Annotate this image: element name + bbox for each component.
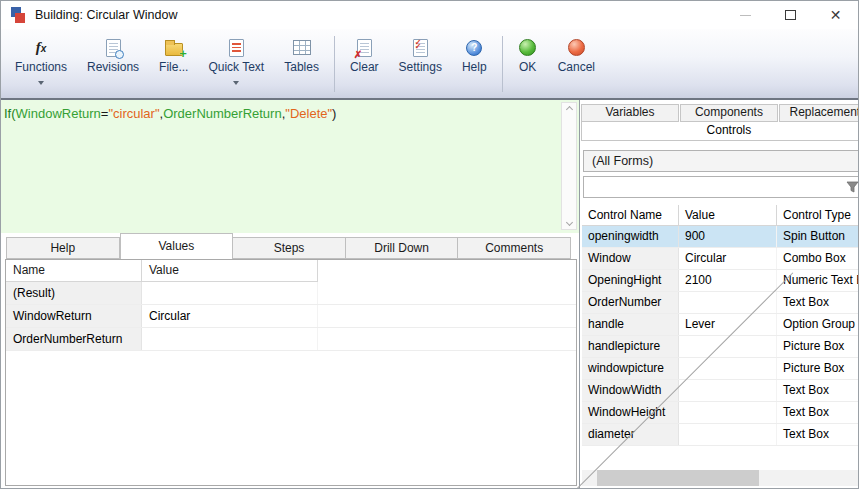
cancel-button[interactable]: Cancel <box>548 34 605 90</box>
scrollbar-thumb[interactable] <box>597 470 759 486</box>
filter-funnel-icon[interactable] <box>846 181 859 194</box>
bottom-tab-bar: Help Values Steps Drill Down Comments <box>1 233 579 259</box>
scroll-left-button[interactable] <box>582 476 597 481</box>
close-icon: ✕ <box>830 8 842 22</box>
table-grid-icon <box>293 35 311 60</box>
controls-table-body: openingwidth900Spin ButtonWindowCircular… <box>582 226 859 446</box>
tab-help[interactable]: Help <box>6 237 120 259</box>
formula-token: WindowReturn <box>16 106 101 121</box>
ok-button[interactable]: OK <box>508 34 548 90</box>
values-value-cell <box>142 282 318 304</box>
controls-table-row[interactable]: handleLeverOption Group <box>582 314 859 336</box>
values-header-value[interactable]: Value <box>142 260 318 282</box>
controls-table-row[interactable]: WindowWidthText Box <box>582 380 859 402</box>
formula-token: If( <box>4 106 16 121</box>
control-type-cell: Text Box <box>777 292 859 313</box>
tab-controls[interactable]: Controls <box>581 122 859 141</box>
quick-text-button[interactable]: Quick Text <box>198 34 274 90</box>
values-table-body: (Result)WindowReturnCircularOrderNumberR… <box>6 282 576 351</box>
forms-dropdown[interactable]: (All Forms) <box>583 150 859 172</box>
right-tab-bar: Variables Components Replacements <box>581 104 859 122</box>
tab-steps[interactable]: Steps <box>233 237 346 259</box>
controls-table-row[interactable]: WindowHeightText Box <box>582 402 859 424</box>
cancel-red-sphere-icon <box>568 35 585 60</box>
control-type-cell: Text Box <box>777 380 859 401</box>
settings-button[interactable]: ✓✓ Settings <box>389 34 452 90</box>
control-name-cell: Window <box>582 248 679 269</box>
values-header-name[interactable]: Name <box>6 260 142 282</box>
revisions-button[interactable]: Revisions <box>77 34 149 90</box>
filter-input[interactable] <box>589 179 846 195</box>
scroll-down-icon[interactable] <box>565 219 572 226</box>
control-type-cell: Text Box <box>777 424 859 445</box>
controls-table-row[interactable]: OpeningHight2100Numeric Text Box <box>582 270 859 292</box>
tab-variables[interactable]: Variables <box>581 104 679 122</box>
formula-editor[interactable]: If(WindowReturn="circular",OrderNumberRe… <box>1 100 579 233</box>
values-table-row[interactable]: (Result) <box>6 282 576 305</box>
ok-green-sphere-icon <box>519 35 536 60</box>
controls-table-row[interactable]: OrderNumberText Box <box>582 292 859 314</box>
application-window: Building: Circular Window ✕ fx Functions… <box>0 0 859 489</box>
control-name-cell: handle <box>582 314 679 335</box>
tables-button[interactable]: Tables <box>274 34 329 90</box>
control-value-cell <box>679 424 777 445</box>
quick-text-dropdown-arrow[interactable] <box>233 77 239 89</box>
tab-comments[interactable]: Comments <box>458 237 571 259</box>
controls-table-row[interactable]: WindowCircularCombo Box <box>582 248 859 270</box>
folder-add-icon: + <box>165 35 183 60</box>
values-header-filler <box>318 260 576 282</box>
maximize-button[interactable] <box>768 1 813 29</box>
quick-text-label: Quick Text <box>208 60 264 74</box>
control-value-cell: Lever <box>679 314 777 335</box>
revisions-label: Revisions <box>87 60 139 74</box>
formula-token: "circular" <box>108 106 159 121</box>
control-name-cell: WindowWidth <box>582 380 679 401</box>
controls-table: Control Name Value Control Type openingw… <box>582 205 859 446</box>
values-value-cell: Circular <box>142 305 318 327</box>
close-button[interactable]: ✕ <box>813 1 858 29</box>
tab-replacements[interactable]: Replacements <box>779 104 859 122</box>
clear-button[interactable]: ✗ Clear <box>340 34 389 90</box>
clear-label: Clear <box>350 60 379 74</box>
app-icon <box>10 7 27 24</box>
functions-button[interactable]: fx Functions <box>5 34 77 90</box>
values-table-row[interactable]: WindowReturnCircular <box>6 305 576 328</box>
toolbar-separator <box>502 36 503 92</box>
scroll-up-icon[interactable] <box>565 106 572 113</box>
values-table-row[interactable]: OrderNumberReturn <box>6 328 576 351</box>
controls-header-type[interactable]: Control Type <box>777 205 859 226</box>
control-type-cell: Text Box <box>777 402 859 423</box>
tab-values[interactable]: Values <box>120 233 234 259</box>
help-label: Help <box>462 60 487 74</box>
file-button[interactable]: + File... <box>149 34 198 90</box>
control-name-cell: OrderNumber <box>582 292 679 313</box>
controls-table-row[interactable]: windowpicturePicture Box <box>582 358 859 380</box>
forms-dropdown-value: (All Forms) <box>592 154 653 168</box>
controls-horizontal-scrollbar[interactable] <box>582 470 859 486</box>
clear-document-icon: ✗ <box>357 35 372 60</box>
controls-header-name[interactable]: Control Name <box>582 205 679 226</box>
values-name-cell: OrderNumberReturn <box>6 328 142 350</box>
settings-checklist-icon: ✓✓ <box>413 35 428 60</box>
values-filler-cell <box>318 282 576 304</box>
controls-table-row[interactable]: openingwidth900Spin Button <box>582 226 859 248</box>
controls-header-value[interactable]: Value <box>679 205 777 226</box>
control-value-cell <box>679 402 777 423</box>
functions-dropdown-arrow[interactable] <box>38 77 44 89</box>
help-button[interactable]: ? Help <box>452 34 497 90</box>
formula-token: ) <box>332 106 336 121</box>
fx-icon: fx <box>36 35 47 60</box>
functions-label: Functions <box>15 60 67 74</box>
control-type-cell: Spin Button <box>777 226 859 247</box>
minimize-button[interactable] <box>723 1 768 29</box>
tab-drill-down[interactable]: Drill Down <box>346 237 459 259</box>
left-pane: If(WindowReturn="circular",OrderNumberRe… <box>1 100 579 488</box>
control-type-cell: Picture Box <box>777 336 859 357</box>
control-name-cell: windowpicture <box>582 358 679 379</box>
quick-text-document-icon <box>229 35 244 60</box>
values-table: Name Value (Result)WindowReturnCircularO… <box>5 259 577 486</box>
control-value-cell: 900 <box>679 226 777 247</box>
tab-components[interactable]: Components <box>680 104 778 122</box>
values-name-cell: WindowReturn <box>6 305 142 327</box>
formula-vertical-scrollbar[interactable] <box>561 102 577 230</box>
